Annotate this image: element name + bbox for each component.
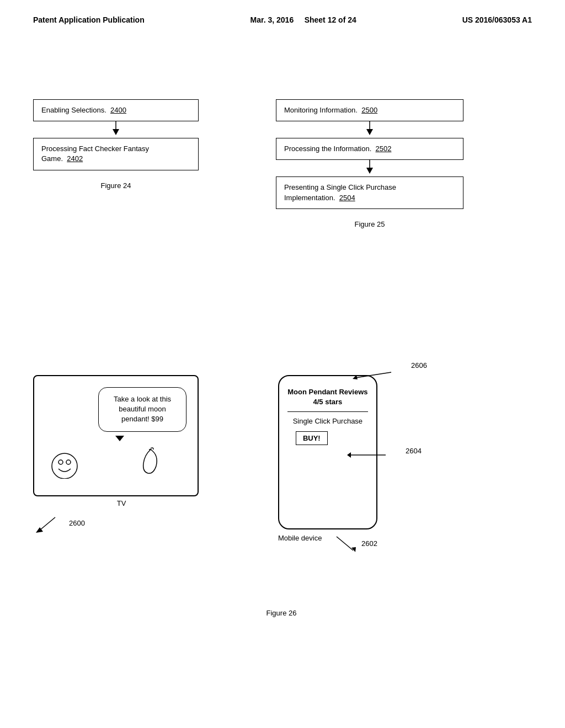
- figure25-area: Monitoring Information. 2500 Processing …: [276, 99, 463, 228]
- svg-point-7: [66, 460, 71, 464]
- header-patent-number: US 2016/063053 A1: [462, 15, 532, 24]
- header-date-sheet: Mar. 3, 2016 Sheet 12 of 24: [250, 15, 356, 24]
- figure25-arrow2: [276, 160, 463, 176]
- mobile-arrow-svg: [331, 534, 359, 553]
- annotation-2606: 2606: [411, 361, 427, 370]
- mobile-footer-labels: Mobile device 2602: [278, 534, 377, 553]
- figure25-label: Figure 25: [276, 220, 463, 228]
- tv-arrow-svg: [33, 512, 66, 534]
- figure25-box2: Processing the Information. 2502: [276, 138, 463, 160]
- svg-point-6: [58, 460, 63, 464]
- speech-bubble: Take a look at this beautiful moon penda…: [98, 387, 186, 432]
- mobile-divider: [287, 411, 368, 412]
- pendant-icon: [137, 447, 164, 481]
- mobile-purchase-text: Single Click Purchase: [287, 416, 368, 426]
- svg-marker-1: [113, 129, 119, 135]
- figure26-label: Figure 26: [33, 608, 530, 617]
- header-sheet: Sheet 12 of 24: [305, 15, 356, 24]
- mobile-product-name: Moon Pendant Reviews 4/5 stars: [287, 387, 368, 407]
- tv-number-label: 2600: [69, 519, 85, 527]
- svg-point-8: [52, 453, 77, 479]
- svg-marker-5: [366, 168, 373, 174]
- figure24-box1: Enabling Selections. 2400: [33, 99, 199, 121]
- tv-label: TV: [33, 499, 210, 507]
- mobile-number-label: 2602: [361, 539, 377, 548]
- figure25-box1: Monitoring Information. 2500: [276, 99, 463, 121]
- svg-line-15: [337, 537, 353, 550]
- svg-marker-3: [366, 129, 373, 135]
- annotation-2604: 2604: [406, 447, 422, 455]
- svg-line-11: [355, 372, 391, 378]
- mobile-device-label: Mobile device: [278, 534, 322, 553]
- page-header: Patent Application Publication Mar. 3, 2…: [0, 0, 565, 24]
- svg-marker-12: [353, 375, 358, 379]
- mobile-container: Moon Pendant Reviews 4/5 stars Single Cl…: [278, 375, 377, 553]
- smiley-face-icon: [51, 451, 78, 479]
- figure24-area: Enabling Selections. 2400 Processing Fac…: [33, 99, 199, 190]
- figure24-label: Figure 24: [33, 181, 199, 190]
- figure25-arrow1: [276, 121, 463, 138]
- figure24-box2: Processing Fact Checker Fantasy Game. 24…: [33, 138, 199, 170]
- figure26-area: Take a look at this beautiful moon penda…: [33, 375, 530, 617]
- header-publication: Patent Application Publication: [33, 15, 145, 24]
- tv-frame: Take a look at this beautiful moon penda…: [33, 375, 199, 496]
- svg-line-9: [39, 517, 55, 531]
- header-date: Mar. 3, 2016: [250, 15, 294, 24]
- figure25-box3: Presenting a Single Click Purchase Imple…: [276, 176, 463, 208]
- mobile-buy-button: BUY!: [296, 431, 328, 445]
- figure24-arrow1: [33, 121, 199, 138]
- tv-container: Take a look at this beautiful moon penda…: [33, 375, 210, 534]
- svg-marker-14: [347, 452, 351, 458]
